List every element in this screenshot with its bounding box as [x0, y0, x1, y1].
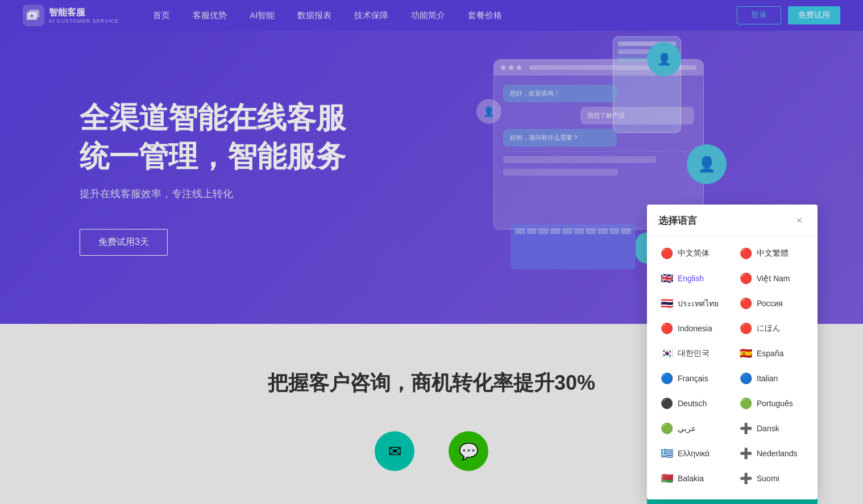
- lang-item-vietnam[interactable]: 🔴 Việt Nam: [733, 266, 811, 290]
- zh-simple-flag: 🔴: [661, 247, 673, 260]
- lang-item-danish[interactable]: ➕ Dansk: [733, 416, 811, 440]
- english-label: English: [678, 274, 704, 283]
- korea-flag: 🇰🇷: [661, 347, 673, 360]
- italian-flag: 🔵: [740, 372, 752, 385]
- language-dialog: 选择语言 × 🔴 中文简体 🔴 中文繁體 🇬🇧 English 🔴 Việt N…: [647, 205, 818, 499]
- portuguese-label: Português: [757, 399, 793, 408]
- lang-item-zh-simple[interactable]: 🔴 中文简体: [654, 241, 732, 265]
- german-label: Deutsch: [678, 399, 707, 408]
- lang-item-arabic[interactable]: 🟢 عربي: [654, 416, 732, 440]
- thai-label: ประเทศไทย: [678, 297, 719, 310]
- lang-item-russia[interactable]: 🔴 Россия: [733, 291, 811, 315]
- portuguese-flag: 🟢: [740, 397, 752, 410]
- italian-label: Italian: [757, 374, 778, 383]
- danish-label: Dansk: [757, 424, 779, 433]
- lang-item-zh-trad[interactable]: 🔴 中文繁體: [733, 241, 811, 265]
- greek-label: Ελληνικά: [678, 449, 710, 458]
- japan-label: にほん: [757, 323, 781, 334]
- vietnam-label: Việt Nam: [757, 274, 790, 283]
- arabic-flag: 🟢: [661, 422, 673, 435]
- close-dialog-button[interactable]: ×: [793, 214, 806, 227]
- suomi-flag: ➕: [740, 472, 752, 485]
- lang-item-japan[interactable]: 🔴 にほん: [733, 316, 811, 340]
- korea-label: 대한민국: [678, 348, 710, 359]
- lang-item-dutch[interactable]: ➕ Nederlands: [733, 441, 811, 465]
- vietnam-flag: 🔴: [740, 272, 752, 285]
- japan-flag: 🔴: [740, 322, 752, 335]
- german-flag: ⚫: [661, 397, 673, 410]
- zh-trad-label: 中文繁體: [757, 248, 789, 259]
- zh-simple-label: 中文简体: [678, 248, 710, 259]
- language-grid: 🔴 中文简体 🔴 中文繁體 🇬🇧 English 🔴 Việt Nam 🇹🇭 ป…: [647, 237, 818, 499]
- dutch-label: Nederlands: [757, 449, 798, 458]
- balakia-label: Balakia: [678, 474, 704, 483]
- lang-dialog-header: 选择语言 ×: [647, 205, 818, 237]
- thai-flag: 🇹🇭: [661, 297, 673, 310]
- russia-label: Россия: [757, 299, 783, 308]
- lang-item-greek[interactable]: 🇬🇷 Ελληνικά: [654, 441, 732, 465]
- lang-item-thai[interactable]: 🇹🇭 ประเทศไทย: [654, 291, 732, 315]
- indonesia-flag: 🔴: [661, 322, 673, 335]
- english-flag: 🇬🇧: [661, 272, 673, 285]
- russia-flag: 🔴: [740, 297, 752, 310]
- french-label: Français: [678, 374, 708, 383]
- lang-item-french[interactable]: 🔵 Français: [654, 366, 732, 390]
- lang-item-indonesia[interactable]: 🔴 Indonesia: [654, 316, 732, 340]
- arabic-label: عربي: [678, 424, 696, 433]
- lang-item-portuguese[interactable]: 🟢 Português: [733, 391, 811, 415]
- lang-item-english[interactable]: 🇬🇧 English: [654, 266, 732, 290]
- indonesia-label: Indonesia: [678, 324, 712, 333]
- lang-item-korea[interactable]: 🇰🇷 대한민국: [654, 341, 732, 365]
- danish-flag: ➕: [740, 422, 752, 435]
- balakia-flag: 🇧🇾: [661, 472, 673, 485]
- greek-flag: 🇬🇷: [661, 447, 673, 460]
- french-flag: 🔵: [661, 372, 673, 385]
- spain-flag: 🇪🇸: [740, 347, 752, 360]
- lang-item-spain[interactable]: 🇪🇸 España: [733, 341, 811, 365]
- dutch-flag: ➕: [740, 447, 752, 460]
- lang-item-italian[interactable]: 🔵 Italian: [733, 366, 811, 390]
- zh-trad-flag: 🔴: [740, 247, 752, 260]
- spain-label: España: [757, 349, 783, 358]
- lang-item-german[interactable]: ⚫ Deutsch: [654, 391, 732, 415]
- lang-item-balakia[interactable]: 🇧🇾 Balakia: [654, 466, 732, 490]
- lang-dialog-title: 选择语言: [658, 214, 697, 227]
- lang-item-suomi[interactable]: ➕ Suomi: [733, 466, 811, 490]
- suomi-label: Suomi: [757, 474, 779, 483]
